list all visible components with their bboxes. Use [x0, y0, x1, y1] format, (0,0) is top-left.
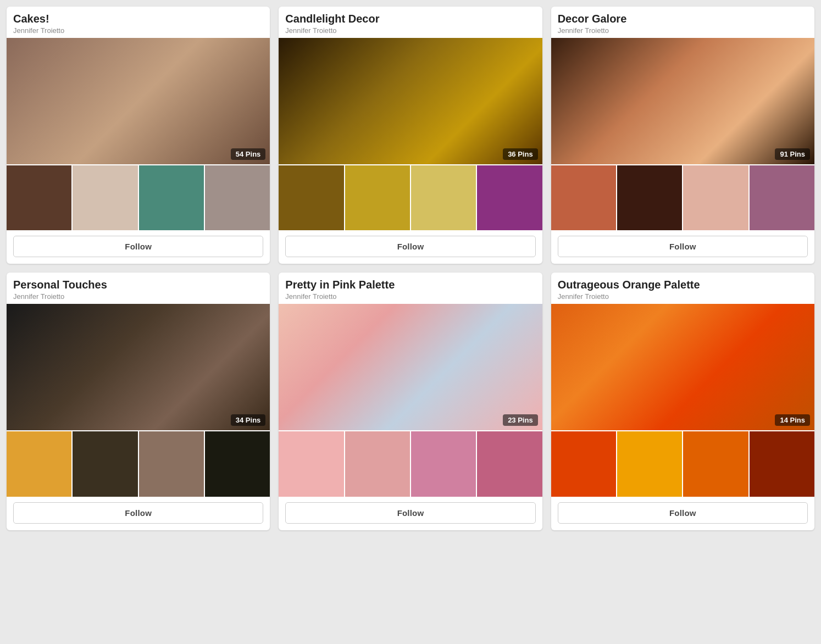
thumbnail-1[interactable] — [617, 165, 682, 230]
thumbnail-2[interactable] — [411, 165, 476, 230]
card-title: Outrageous Orange Palette — [558, 278, 808, 291]
follow-button[interactable]: Follow — [13, 502, 263, 524]
card-title: Pretty in Pink Palette — [285, 278, 535, 291]
main-image-wrapper[interactable]: 14 Pins — [551, 304, 814, 430]
card-header: Cakes! Jennifer Troietto — [7, 7, 270, 38]
card-author: Jennifer Troietto — [13, 292, 263, 301]
follow-button-wrapper: Follow — [7, 502, 270, 524]
card-title: Candlelight Decor — [285, 12, 535, 25]
main-image-wrapper[interactable]: 36 Pins — [279, 38, 542, 164]
card-author: Jennifer Troietto — [13, 26, 263, 35]
board-card-pretty-pink: Pretty in Pink Palette Jennifer Troietto… — [279, 273, 542, 530]
follow-button[interactable]: Follow — [285, 502, 535, 524]
thumbnail-1[interactable] — [345, 165, 410, 230]
thumbnail-row — [279, 431, 542, 496]
thumbnail-3[interactable] — [477, 431, 542, 496]
thumbnail-1[interactable] — [73, 431, 137, 496]
main-image — [7, 38, 270, 164]
main-image — [551, 304, 814, 430]
follow-button[interactable]: Follow — [285, 236, 535, 257]
thumbnail-3[interactable] — [205, 165, 270, 230]
follow-button[interactable]: Follow — [558, 236, 808, 257]
thumbnail-row — [551, 165, 814, 230]
thumbnail-1[interactable] — [617, 431, 682, 496]
pin-count-badge: 14 Pins — [775, 414, 810, 426]
thumbnail-1[interactable] — [345, 431, 410, 496]
follow-button-wrapper: Follow — [551, 236, 814, 257]
pin-count-badge: 23 Pins — [503, 414, 538, 426]
main-image — [279, 304, 542, 430]
board-card-personal-touches: Personal Touches Jennifer Troietto 34 Pi… — [7, 273, 270, 530]
thumbnail-2[interactable] — [683, 431, 748, 496]
card-author: Jennifer Troietto — [285, 26, 535, 35]
thumbnail-0[interactable] — [279, 165, 343, 230]
main-image — [551, 38, 814, 164]
main-image-wrapper[interactable]: 91 Pins — [551, 38, 814, 164]
thumbnail-0[interactable] — [551, 431, 616, 496]
board-card-decor-galore: Decor Galore Jennifer Troietto 91 Pins F… — [551, 7, 814, 264]
card-author: Jennifer Troietto — [558, 292, 808, 301]
thumbnail-3[interactable] — [750, 431, 814, 496]
main-image-wrapper[interactable]: 34 Pins — [7, 304, 270, 430]
pin-count-badge: 54 Pins — [231, 148, 266, 160]
thumbnail-2[interactable] — [411, 431, 476, 496]
thumbnail-3[interactable] — [477, 165, 542, 230]
thumbnail-1[interactable] — [73, 165, 137, 230]
thumbnail-row — [7, 165, 270, 230]
card-author: Jennifer Troietto — [558, 26, 808, 35]
card-header: Personal Touches Jennifer Troietto — [7, 273, 270, 304]
pin-count-badge: 34 Pins — [231, 414, 266, 426]
card-title: Cakes! — [13, 12, 263, 25]
card-header: Pretty in Pink Palette Jennifer Troietto — [279, 273, 542, 304]
thumbnail-2[interactable] — [139, 165, 204, 230]
thumbnail-row — [551, 431, 814, 496]
board-grid: Cakes! Jennifer Troietto 54 Pins Follow … — [7, 7, 814, 530]
board-card-cakes: Cakes! Jennifer Troietto 54 Pins Follow — [7, 7, 270, 264]
thumbnail-3[interactable] — [205, 431, 270, 496]
pin-count-badge: 36 Pins — [503, 148, 538, 160]
main-image — [279, 38, 542, 164]
follow-button-wrapper: Follow — [279, 236, 542, 257]
card-author: Jennifer Troietto — [285, 292, 535, 301]
follow-button-wrapper: Follow — [279, 502, 542, 524]
board-card-candlelight-decor: Candlelight Decor Jennifer Troietto 36 P… — [279, 7, 542, 264]
thumbnail-0[interactable] — [279, 431, 343, 496]
main-image-wrapper[interactable]: 23 Pins — [279, 304, 542, 430]
card-header: Candlelight Decor Jennifer Troietto — [279, 7, 542, 38]
follow-button-wrapper: Follow — [551, 502, 814, 524]
card-header: Decor Galore Jennifer Troietto — [551, 7, 814, 38]
thumbnail-2[interactable] — [139, 431, 204, 496]
follow-button[interactable]: Follow — [13, 236, 263, 257]
thumbnail-2[interactable] — [683, 165, 748, 230]
main-image — [7, 304, 270, 430]
thumbnail-row — [7, 431, 270, 496]
main-image-wrapper[interactable]: 54 Pins — [7, 38, 270, 164]
thumbnail-0[interactable] — [551, 165, 616, 230]
pin-count-badge: 91 Pins — [775, 148, 810, 160]
card-header: Outrageous Orange Palette Jennifer Troie… — [551, 273, 814, 304]
thumbnail-0[interactable] — [7, 165, 71, 230]
follow-button-wrapper: Follow — [7, 236, 270, 257]
thumbnail-3[interactable] — [750, 165, 814, 230]
board-card-outrageous-orange: Outrageous Orange Palette Jennifer Troie… — [551, 273, 814, 530]
thumbnail-0[interactable] — [7, 431, 71, 496]
follow-button[interactable]: Follow — [558, 502, 808, 524]
card-title: Personal Touches — [13, 278, 263, 291]
card-title: Decor Galore — [558, 12, 808, 25]
thumbnail-row — [279, 165, 542, 230]
